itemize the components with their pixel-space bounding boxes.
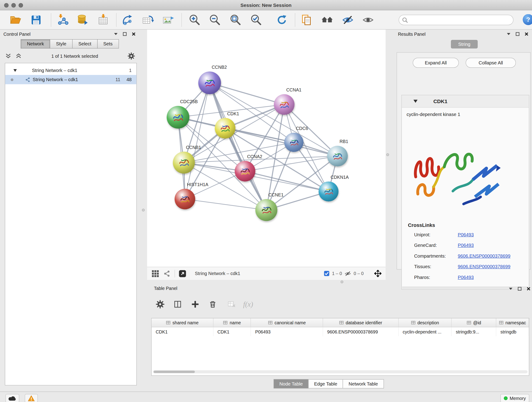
crosslink-link[interactable]: 9606.ENSP00000378699 [458, 254, 510, 259]
expand-all-icon[interactable] [15, 53, 22, 60]
crosslink-link[interactable]: P06493 [458, 243, 474, 248]
column-header-namespac[interactable]: namespac [496, 318, 529, 327]
function-builder-button[interactable]: f(x) [241, 299, 256, 309]
table-hscrollbar-track[interactable] [153, 370, 528, 374]
tab-node-table[interactable]: Node Table [273, 379, 309, 389]
panel-collapse-button[interactable] [113, 32, 119, 37]
zoom-selected-button[interactable] [250, 14, 262, 26]
panel-collapse-button[interactable] [506, 32, 511, 37]
network-collection-row[interactable]: String Network – cdk1 1 [5, 66, 137, 75]
expand-all-button[interactable]: Expand All [413, 58, 459, 68]
create-column-button[interactable] [190, 299, 201, 309]
export-image-button[interactable] [162, 14, 174, 26]
disclosure-triangle-icon[interactable] [13, 69, 17, 72]
hide-selected-button[interactable] [342, 14, 354, 26]
help-button[interactable]: ? [523, 14, 532, 25]
panel-float-button[interactable] [515, 32, 520, 37]
import-network-from-database-button[interactable] [76, 14, 89, 26]
gear-icon[interactable] [128, 52, 135, 60]
fullscreen-window-button[interactable] [19, 3, 23, 8]
vertical-splitter-handle[interactable] [386, 153, 389, 156]
table-cell[interactable]: P06493 [251, 327, 323, 336]
apply-layout-button[interactable] [276, 14, 288, 26]
table-cell[interactable]: CDK1 [213, 327, 251, 336]
crosslink-link[interactable]: P06493 [458, 232, 474, 237]
grid-view-button[interactable] [151, 269, 159, 278]
open-session-button[interactable] [9, 14, 22, 26]
birdseye-toggle-button[interactable] [178, 269, 187, 278]
tab-style[interactable]: Style [50, 39, 72, 49]
save-session-button[interactable] [30, 14, 42, 26]
zoom-out-button[interactable] [209, 14, 221, 26]
move-crosshair-icon[interactable] [374, 270, 382, 277]
network-node-ccne1[interactable] [255, 199, 278, 221]
export-table-button[interactable] [142, 14, 154, 26]
network-node-cdc25b[interactable] [167, 106, 190, 128]
network-node-cdk1[interactable] [215, 118, 235, 139]
column-header-name[interactable]: name [213, 318, 251, 327]
panel-close-button[interactable] [526, 286, 531, 292]
network-node-ccna2[interactable] [235, 161, 255, 182]
tab-select[interactable]: Select [72, 39, 97, 49]
cloud-status-button[interactable] [6, 394, 19, 402]
panel-float-button[interactable] [517, 286, 522, 292]
tab-string[interactable]: String [451, 40, 478, 49]
delete-column-button[interactable] [208, 299, 218, 309]
column-header-id[interactable]: @id [452, 318, 496, 327]
tab-network-table[interactable]: Network Table [343, 379, 384, 389]
warnings-button[interactable] [25, 394, 38, 402]
search-input[interactable] [409, 16, 511, 24]
network-node-ccnb2[interactable] [198, 71, 221, 94]
tab-network[interactable]: Network [21, 39, 50, 49]
collapse-all-button[interactable]: Collapse All [466, 58, 516, 68]
show-all-button[interactable] [362, 14, 374, 26]
network-node-cdc6[interactable] [284, 133, 304, 152]
select-first-neighbors-button[interactable] [321, 14, 333, 26]
memory-button[interactable]: Memory [500, 394, 529, 402]
column-header-description[interactable]: description [399, 318, 452, 327]
show-columns-button[interactable] [172, 299, 183, 309]
crosslink-link[interactable]: 9606.ENSP00000378699 [458, 264, 510, 269]
crosslink-link[interactable]: P06493 [458, 275, 474, 280]
collapse-all-icon[interactable] [5, 53, 12, 60]
network-row[interactable]: String Network – cdk1 11 48 [5, 75, 137, 84]
network-edge[interactable] [210, 83, 266, 210]
close-window-button[interactable] [4, 3, 9, 8]
table-cell[interactable]: stringdb [496, 327, 529, 336]
table-cell[interactable]: 9606.ENSP00000378699 [323, 327, 399, 336]
column-header-shared-name[interactable]: shared name [152, 318, 214, 327]
selected-checkbox-icon[interactable] [324, 271, 330, 277]
search-box[interactable] [399, 15, 513, 25]
network-node-cdkn1a[interactable] [319, 182, 339, 201]
minimize-window-button[interactable] [12, 3, 16, 8]
import-table-from-file-button[interactable] [97, 14, 109, 26]
network-overview-button[interactable] [163, 269, 171, 278]
zoom-fit-button[interactable] [229, 14, 242, 26]
zoom-in-button[interactable] [188, 14, 201, 26]
table-settings-button[interactable] [155, 299, 165, 309]
duplicate-document-button[interactable] [300, 14, 313, 26]
tab-edge-table[interactable]: Edge Table [308, 379, 343, 389]
horizontal-splitter-handle[interactable] [341, 281, 343, 283]
table-cell[interactable]: CDK1 [152, 327, 214, 336]
panel-float-button[interactable] [122, 32, 128, 37]
table-row[interactable]: CDK1CDK1P064939606.ENSP00000378699cyclin… [152, 327, 529, 336]
table-hscrollbar-thumb[interactable] [154, 370, 195, 373]
tab-sets[interactable]: Sets [97, 39, 119, 49]
network-node-ccnb1[interactable] [173, 152, 195, 174]
network-edge[interactable] [210, 83, 284, 105]
delete-table-button[interactable] [227, 299, 237, 309]
network-canvas[interactable]: CCNB2CCNA1CDC25BCDK1CDC6RB1CCNB1CCNA2CDK… [147, 30, 386, 267]
panel-collapse-button[interactable] [508, 286, 513, 292]
column-header-database-identifier[interactable]: database identifier [323, 318, 399, 327]
panel-close-button[interactable] [524, 32, 529, 37]
network-node-ccna1[interactable] [274, 94, 295, 115]
network-node-rb1[interactable] [327, 146, 348, 166]
column-header-canonical-name[interactable]: canonical name [251, 318, 323, 327]
import-network-from-file-button[interactable] [56, 14, 69, 26]
network-node-hist1h1a[interactable] [175, 189, 195, 210]
disclosure-triangle-icon[interactable] [413, 100, 418, 103]
vertical-splitter-handle[interactable] [142, 209, 145, 211]
new-network-button[interactable] [122, 14, 134, 26]
hidden-eye-slash-icon[interactable] [344, 270, 351, 277]
